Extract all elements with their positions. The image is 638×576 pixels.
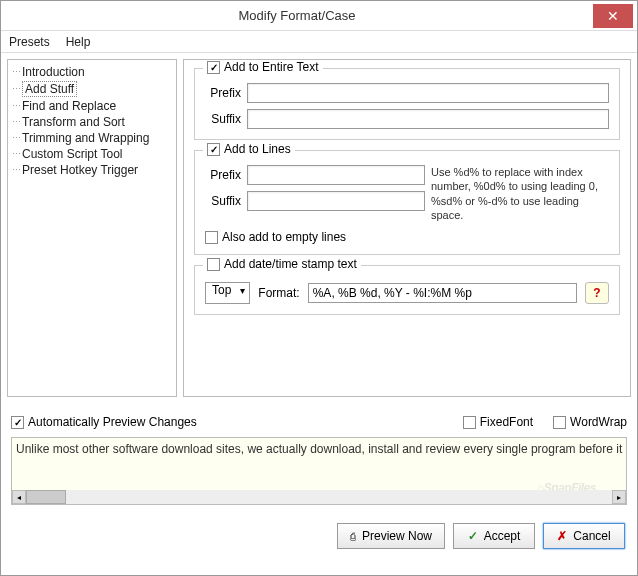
entire-prefix-input[interactable] [247, 83, 609, 103]
datetime-checkbox[interactable] [207, 258, 220, 271]
fixed-font-checkbox[interactable] [463, 416, 476, 429]
format-input[interactable] [308, 283, 577, 303]
word-wrap-checkbox[interactable] [553, 416, 566, 429]
scroll-thumb[interactable] [26, 490, 66, 504]
options-row: Automatically Preview Changes FixedFont … [1, 403, 637, 433]
accept-button[interactable]: ✓ Accept [453, 523, 535, 549]
auto-preview-label: Automatically Preview Changes [28, 415, 197, 429]
entire-text-label: Add to Entire Text [224, 60, 319, 74]
tree-leaf-icon: ⋯ [12, 84, 22, 94]
sidebar-item-introduction[interactable]: ⋯Introduction [10, 64, 174, 80]
tree-leaf-icon: ⋯ [12, 117, 22, 127]
horizontal-scrollbar: ◂ ▸ [12, 490, 626, 504]
tree-leaf-icon: ⋯ [12, 67, 22, 77]
close-button[interactable]: ✕ [593, 4, 633, 28]
scroll-right-button[interactable]: ▸ [612, 490, 626, 504]
empty-lines-label: Also add to empty lines [222, 230, 346, 244]
entire-suffix-input[interactable] [247, 109, 609, 129]
group-lines-legend: Add to Lines [203, 142, 295, 156]
lines-suffix-input[interactable] [247, 191, 425, 211]
group-entire-legend: Add to Entire Text [203, 60, 323, 74]
sidebar-item-find-replace[interactable]: ⋯Find and Replace [10, 98, 174, 114]
tree-leaf-icon: ⋯ [12, 165, 22, 175]
preview-now-button[interactable]: ⎙ Preview Now [337, 523, 445, 549]
titlebar: Modify Format/Case ✕ [1, 1, 637, 31]
group-datetime: Add date/time stamp text Top Format: ? [194, 265, 620, 315]
lines-prefix-label: Prefix [205, 168, 241, 182]
menu-help[interactable]: Help [66, 35, 91, 49]
group-entire-text: Add to Entire Text Prefix Suffix [194, 68, 620, 140]
preview-icon: ⎙ [350, 531, 356, 542]
lines-label: Add to Lines [224, 142, 291, 156]
window-title: Modify Format/Case [1, 8, 593, 23]
lines-hint-text: Use %d% to replace with index number, %0… [431, 159, 609, 222]
empty-lines-checkbox[interactable] [205, 231, 218, 244]
sidebar: ⋯Introduction ⋯Add Stuff ⋯Find and Repla… [7, 59, 177, 397]
auto-preview-checkbox[interactable] [11, 416, 24, 429]
sidebar-item-custom-script[interactable]: ⋯Custom Script Tool [10, 146, 174, 162]
tree-leaf-icon: ⋯ [12, 149, 22, 159]
datetime-label: Add date/time stamp text [224, 257, 357, 271]
cancel-button[interactable]: ✗ Cancel [543, 523, 625, 549]
tree-leaf-icon: ⋯ [12, 101, 22, 111]
preview-area: Unlike most other software download site… [11, 437, 627, 505]
tree-leaf-icon: ⋯ [12, 133, 22, 143]
scroll-left-button[interactable]: ◂ [12, 490, 26, 504]
group-datetime-legend: Add date/time stamp text [203, 257, 361, 271]
entire-text-checkbox[interactable] [207, 61, 220, 74]
x-icon: ✗ [557, 529, 567, 543]
preview-text: Unlike most other software download site… [16, 442, 622, 456]
sidebar-item-trimming-wrapping[interactable]: ⋯Trimming and Wrapping [10, 130, 174, 146]
entire-suffix-label: Suffix [205, 112, 241, 126]
sidebar-item-preset-hotkey[interactable]: ⋯Preset Hotkey Trigger [10, 162, 174, 178]
sidebar-item-add-stuff[interactable]: ⋯Add Stuff [10, 80, 174, 98]
menu-presets[interactable]: Presets [9, 35, 50, 49]
format-label: Format: [258, 286, 299, 300]
group-lines: Add to Lines Prefix Suffix Use %d% to re… [194, 150, 620, 255]
lines-checkbox[interactable] [207, 143, 220, 156]
button-row: ⎙ Preview Now ✓ Accept ✗ Cancel [1, 509, 637, 563]
menubar: Presets Help [1, 31, 637, 53]
scroll-track[interactable] [26, 490, 612, 504]
entire-prefix-label: Prefix [205, 86, 241, 100]
sidebar-item-transform-sort[interactable]: ⋯Transform and Sort [10, 114, 174, 130]
lines-prefix-input[interactable] [247, 165, 425, 185]
check-icon: ✓ [468, 529, 478, 543]
fixed-font-label: FixedFont [480, 415, 533, 429]
content-area: ⋯Introduction ⋯Add Stuff ⋯Find and Repla… [1, 53, 637, 403]
lines-suffix-label: Suffix [205, 194, 241, 208]
help-button[interactable]: ? [585, 282, 609, 304]
word-wrap-label: WordWrap [570, 415, 627, 429]
datetime-position-select[interactable]: Top [205, 282, 250, 304]
main-panel: Add to Entire Text Prefix Suffix Add to … [183, 59, 631, 397]
